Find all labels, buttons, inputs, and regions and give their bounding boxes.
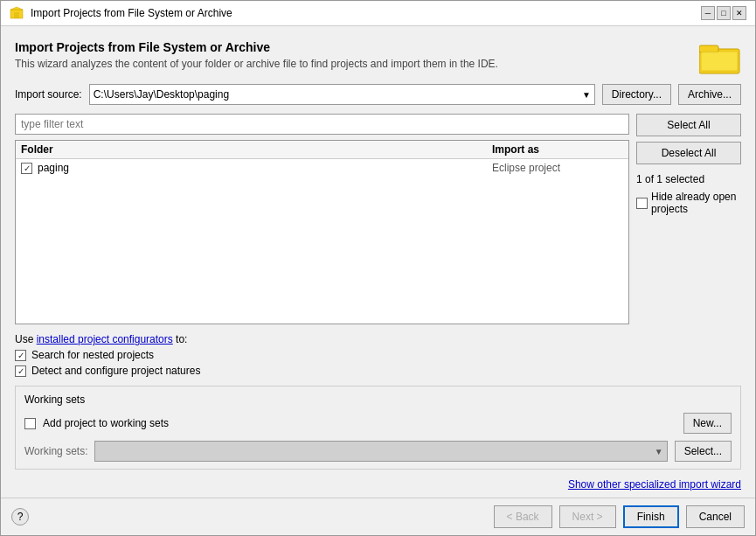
hide-open-label: Hide already open projects — [651, 191, 741, 215]
svg-rect-5 — [701, 52, 738, 71]
title-bar-text: Import Projects from File System or Arch… — [31, 7, 694, 19]
dialog-description: This wizard analyzes the content of your… — [15, 58, 690, 70]
folder-icon — [699, 40, 741, 75]
projects-table: Folder Import as ✓ paging Eclipse projec… — [15, 140, 629, 324]
finish-button[interactable]: Finish — [623, 505, 679, 528]
minimize-button[interactable]: ─ — [701, 6, 715, 20]
footer: ? < Back Next > Finish Cancel — [1, 498, 755, 535]
col-folder-header: Folder — [21, 143, 492, 156]
window-controls: ─ □ ✕ — [701, 6, 746, 20]
new-ws-button[interactable]: New... — [683, 413, 732, 434]
main-window: Import Projects from File System or Arch… — [0, 0, 756, 536]
options-section: Use installed project configurators to: … — [15, 333, 741, 377]
detect-natures-label: Detect and configure project natures — [31, 365, 200, 377]
header-section: Import Projects from File System or Arch… — [15, 40, 741, 75]
table-header: Folder Import as — [16, 141, 628, 159]
back-button[interactable]: < Back — [494, 505, 552, 528]
ws-sets-row: Working sets: ▼ Select... — [24, 441, 732, 462]
detect-natures-checkbox[interactable]: ✓ — [15, 365, 26, 377]
cancel-button[interactable]: Cancel — [686, 505, 745, 528]
table-row-folder: ✓ paging — [21, 162, 492, 174]
search-nested-checkbox[interactable]: ✓ — [15, 350, 26, 361]
import-source-combo[interactable]: C:\Users\Jay\Desktop\paging ▼ — [89, 84, 595, 105]
add-to-ws-checkbox[interactable] — [24, 418, 36, 429]
specialized-import-link[interactable]: Show other specialized import wizard — [568, 478, 741, 491]
ws-sets-label: Working sets: — [24, 445, 87, 457]
configurators-row: Use installed project configurators to: — [15, 333, 741, 345]
hide-open-row: Hide already open projects — [636, 191, 741, 215]
col-import-header: Import as — [492, 143, 623, 156]
link-pre-text: Use — [15, 333, 37, 345]
combo-arrow-icon: ▼ — [582, 90, 591, 100]
detect-natures-row: ✓ Detect and configure project natures — [15, 365, 741, 377]
row-import-as: Eclipse project — [492, 162, 623, 174]
window-icon — [10, 6, 24, 20]
selection-count: 1 of 1 selected — [636, 173, 741, 185]
import-source-value: C:\Users\Jay\Desktop\paging — [94, 88, 229, 101]
svg-marker-1 — [10, 7, 23, 10]
deselect-all-button[interactable]: Deselect All — [636, 142, 741, 164]
dialog-title: Import Projects from File System or Arch… — [15, 40, 690, 54]
next-button[interactable]: Next > — [559, 505, 616, 528]
specialized-link-row: Show other specialized import wizard — [15, 478, 741, 491]
link-post-text: to: — [173, 333, 188, 345]
import-source-row: Import source: C:\Users\Jay\Desktop\pagi… — [15, 84, 741, 105]
dialog-content: Import Projects from File System or Arch… — [1, 26, 755, 498]
right-panel: Select All Deselect All 1 of 1 selected … — [636, 114, 741, 324]
header-text: Import Projects from File System or Arch… — [15, 40, 690, 70]
ws-sets-combo[interactable]: ▼ — [94, 441, 667, 462]
filter-input[interactable] — [15, 114, 629, 135]
configurators-link[interactable]: installed project configurators — [37, 333, 173, 345]
help-button[interactable]: ? — [11, 508, 29, 526]
close-button[interactable]: ✕ — [732, 6, 746, 20]
row-folder-name: paging — [38, 162, 69, 174]
archive-button[interactable]: Archive... — [678, 84, 741, 105]
table-row: ✓ paging Eclipse project — [16, 159, 628, 177]
import-source-label: Import source: — [15, 88, 82, 101]
maximize-button[interactable]: □ — [717, 6, 731, 20]
main-area: Folder Import as ✓ paging Eclipse projec… — [15, 114, 741, 324]
left-panel: Folder Import as ✓ paging Eclipse projec… — [15, 114, 629, 324]
search-nested-row: ✓ Search for nested projects — [15, 349, 741, 361]
directory-button[interactable]: Directory... — [602, 84, 671, 105]
row-checkbox[interactable]: ✓ — [21, 163, 32, 174]
select-all-button[interactable]: Select All — [636, 114, 741, 136]
svg-rect-2 — [14, 12, 19, 18]
search-nested-label: Search for nested projects — [31, 349, 154, 361]
working-sets-title: Working sets — [24, 393, 732, 406]
title-bar: Import Projects from File System or Arch… — [1, 1, 755, 26]
working-sets-section: Working sets Add project to working sets… — [15, 386, 741, 470]
ws-add-row: Add project to working sets New... — [24, 413, 732, 434]
select-ws-button[interactable]: Select... — [675, 441, 732, 462]
ws-combo-arrow-icon: ▼ — [655, 447, 663, 456]
hide-open-checkbox[interactable] — [636, 198, 648, 209]
add-to-ws-label: Add project to working sets — [43, 417, 169, 429]
